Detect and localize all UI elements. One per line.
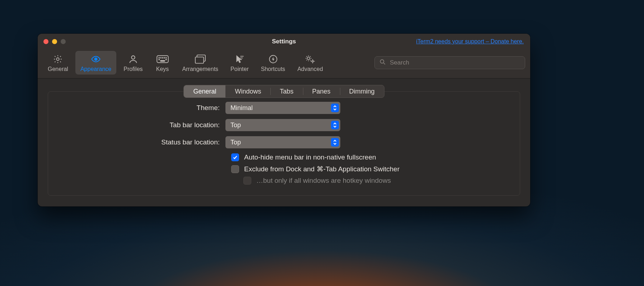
hotkey-label: …but only if all windows are hotkey wind…: [256, 177, 391, 185]
tabbar-label: Tab bar location:: [57, 121, 225, 129]
svg-point-10: [165, 59, 166, 60]
svg-point-4: [159, 57, 159, 58]
toolbar-tab-label: Pointer: [230, 66, 249, 72]
search-field[interactable]: [374, 56, 525, 69]
row-statusbar-location: Status bar location: Top: [57, 136, 511, 148]
chevron-updown-icon: [331, 104, 339, 112]
settings-panel: Theme: Minimal Tab bar location: Top: [48, 91, 520, 196]
minimize-window-button[interactable]: [52, 39, 57, 44]
toolbar-tab-shortcuts[interactable]: Shortcuts: [256, 51, 290, 75]
svg-rect-11: [160, 61, 165, 61]
windows-stack-icon: [194, 54, 206, 65]
toolbar-tab-label: Advanced: [297, 66, 323, 72]
subtab-general[interactable]: General: [184, 85, 225, 97]
autohide-label: Auto-hide menu bar in non-native fullscr…: [244, 153, 376, 161]
theme-value: Minimal: [230, 104, 253, 112]
svg-point-9: [159, 59, 159, 60]
toolbar-tab-label: General: [48, 66, 68, 72]
toolbar-tab-label: Keys: [156, 66, 169, 72]
gear-icon: [52, 54, 64, 65]
chevron-updown-icon: [331, 121, 339, 129]
toolbar-tab-advanced[interactable]: Advanced: [292, 51, 328, 75]
row-hotkey-only: …but only if all windows are hotkey wind…: [57, 177, 511, 185]
row-theme: Theme: Minimal: [57, 102, 511, 114]
donate-link[interactable]: iTerm2 needs your support – Donate here.: [416, 38, 530, 45]
toolbar-tab-appearance[interactable]: Appearance: [75, 51, 116, 75]
svg-point-17: [380, 59, 384, 63]
pointer-icon: [233, 54, 246, 65]
row-exclude-dock: Exclude from Dock and ⌘-Tab Application …: [57, 165, 511, 173]
keyboard-icon: [157, 54, 169, 65]
close-window-button[interactable]: [43, 39, 48, 44]
gears-icon: [304, 54, 316, 65]
toolbar-tab-label: Arrangements: [182, 66, 219, 72]
toolbar-tab-keys[interactable]: Keys: [150, 51, 175, 75]
subtab-panes[interactable]: Panes: [303, 85, 340, 97]
preferences-toolbar: General Appearance Profiles Keys Arrange: [38, 49, 530, 78]
hotkey-checkbox: [243, 177, 251, 185]
row-autohide-menubar: Auto-hide menu bar in non-native fullscr…: [57, 153, 511, 161]
svg-rect-13: [195, 57, 204, 63]
settings-window: Settings iTerm2 needs your support – Don…: [38, 34, 530, 206]
svg-point-0: [57, 58, 59, 60]
eye-icon: [90, 54, 102, 65]
chevron-updown-icon: [331, 138, 339, 147]
exclude-checkbox[interactable]: [231, 165, 239, 173]
traffic-lights: [38, 39, 66, 44]
content-area: General Windows Tabs Panes Dimming Theme…: [38, 78, 530, 206]
theme-label: Theme:: [57, 104, 225, 112]
toolbar-tab-pointer[interactable]: Pointer: [225, 51, 254, 75]
svg-point-5: [160, 57, 161, 58]
toolbar-tab-label: Shortcuts: [261, 66, 285, 72]
svg-point-15: [307, 57, 310, 59]
exclude-label: Exclude from Dock and ⌘-Tab Application …: [244, 165, 400, 173]
svg-point-6: [162, 57, 163, 58]
toolbar-tab-label: Profiles: [123, 66, 143, 72]
row-tabbar-location: Tab bar location: Top: [57, 119, 511, 131]
tabbar-select[interactable]: Top: [225, 119, 340, 131]
zoom-window-button[interactable]: [61, 39, 66, 44]
tabbar-value: Top: [230, 121, 241, 129]
statusbar-label: Status bar location:: [57, 138, 225, 146]
toolbar-tab-general[interactable]: General: [43, 51, 73, 75]
search-icon: [379, 58, 390, 67]
titlebar: Settings iTerm2 needs your support – Don…: [38, 34, 530, 49]
statusbar-value: Top: [230, 139, 241, 146]
svg-point-7: [164, 57, 164, 58]
svg-point-2: [131, 56, 135, 59]
subtab-windows[interactable]: Windows: [225, 85, 270, 97]
statusbar-select[interactable]: Top: [225, 136, 340, 148]
bolt-circle-icon: [267, 54, 279, 65]
toolbar-tab-label: Appearance: [80, 66, 111, 72]
subtab-dimming[interactable]: Dimming: [340, 85, 384, 97]
person-icon: [127, 54, 139, 65]
autohide-checkbox[interactable]: [231, 153, 239, 161]
svg-point-8: [165, 57, 166, 58]
search-input[interactable]: [390, 59, 521, 66]
svg-point-16: [312, 61, 314, 62]
toolbar-tab-profiles[interactable]: Profiles: [118, 51, 148, 75]
theme-select[interactable]: Minimal: [225, 102, 340, 114]
svg-point-1: [95, 58, 97, 61]
toolbar-tab-arrangements[interactable]: Arrangements: [177, 51, 224, 75]
subtab-tabs[interactable]: Tabs: [270, 85, 303, 97]
appearance-subtabs: General Windows Tabs Panes Dimming: [183, 85, 384, 98]
